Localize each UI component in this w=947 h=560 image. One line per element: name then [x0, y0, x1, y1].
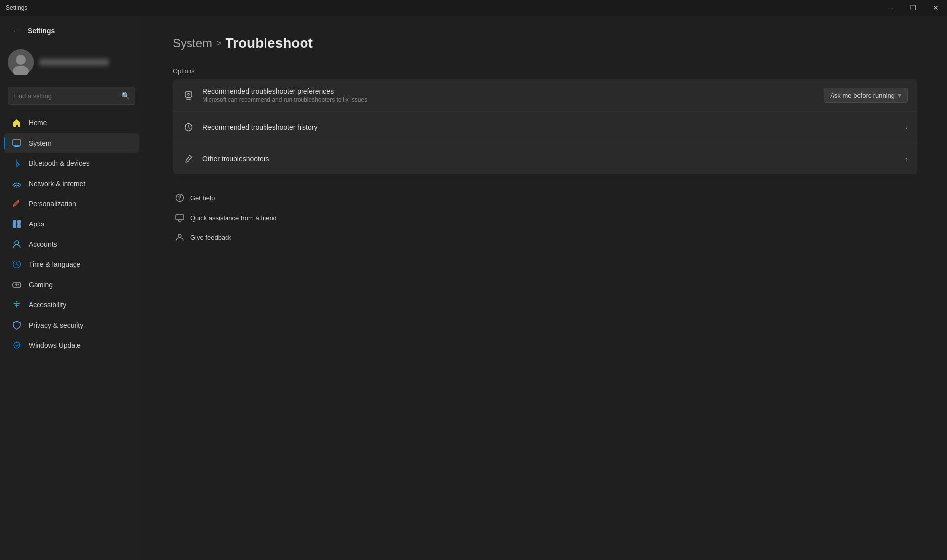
restore-button[interactable]: ❐ — [902, 0, 924, 16]
titlebar-title: Settings — [6, 4, 27, 11]
nav-list: Home System Bluetooth & devices Network … — [0, 112, 143, 356]
breadcrumb-current: Troubleshoot — [226, 36, 313, 51]
avatar — [8, 49, 34, 75]
personalization-icon — [12, 199, 22, 209]
svg-rect-7 — [13, 220, 16, 224]
svg-rect-10 — [17, 224, 21, 228]
other-troubleshooters-icon — [183, 153, 194, 165]
sidebar-item-label: Gaming — [29, 281, 53, 289]
titlebar: Settings ─ ❐ ✕ — [0, 0, 947, 16]
accounts-icon — [12, 239, 22, 249]
search-icon: 🔍 — [121, 92, 130, 100]
titlebar-controls: ─ ❐ ✕ — [879, 0, 947, 16]
card-title-recommended-history: Recommended troubleshooter history — [202, 123, 897, 131]
search-box[interactable]: 🔍 — [8, 87, 135, 105]
sidebar-item-label: System — [29, 139, 52, 147]
svg-point-14 — [16, 301, 18, 303]
sidebar-item-label: Accessibility — [29, 301, 66, 309]
card-title-recommended-prefs: Recommended troubleshooter preferences — [202, 87, 816, 95]
help-link-quick-assist[interactable]: Quick assistance from a friend — [173, 208, 917, 227]
svg-point-18 — [179, 199, 180, 200]
sidebar-item-apps[interactable]: Apps — [4, 214, 139, 234]
svg-rect-19 — [176, 215, 184, 220]
sidebar-item-home[interactable]: Home — [4, 113, 139, 133]
options-card: Recommended troubleshooter preferences M… — [173, 79, 917, 174]
card-row-recommended-prefs[interactable]: Recommended troubleshooter preferences M… — [173, 79, 917, 111]
app-layout: ← Settings 🔍 Home Sys — [0, 16, 947, 560]
breadcrumb: System > Troubleshoot — [173, 36, 917, 51]
svg-point-20 — [178, 234, 181, 237]
card-row-recommended-history[interactable]: Recommended troubleshooter history › — [173, 111, 917, 143]
help-link-feedback[interactable]: Give feedback — [173, 227, 917, 247]
card-right-other-troubleshooters: › — [905, 155, 908, 163]
user-profile[interactable] — [0, 43, 143, 83]
sidebar-item-network[interactable]: Network & internet — [4, 174, 139, 193]
section-label: Options — [173, 67, 917, 75]
network-icon — [12, 179, 22, 188]
sidebar-item-privacy[interactable]: Privacy & security — [4, 315, 139, 335]
recommended-prefs-icon — [183, 89, 194, 101]
chevron-right-icon: › — [905, 123, 908, 131]
help-link-get-help[interactable]: Get help — [173, 188, 917, 208]
time-icon — [12, 260, 22, 269]
minimize-button[interactable]: ─ — [879, 0, 902, 16]
sidebar-item-personalization[interactable]: Personalization — [4, 194, 139, 214]
card-row-other-troubleshooters[interactable]: Other troubleshooters › — [173, 143, 917, 174]
card-desc-recommended-prefs: Microsoft can recommend and run troubles… — [202, 96, 816, 103]
sidebar-item-accessibility[interactable]: Accessibility — [4, 295, 139, 315]
sidebar-item-label: Windows Update — [29, 341, 81, 349]
sidebar-item-label: Bluetooth & devices — [29, 159, 90, 167]
update-icon — [12, 340, 22, 350]
svg-point-15 — [188, 93, 189, 95]
svg-point-11 — [15, 241, 19, 245]
feedback-icon — [175, 232, 185, 242]
sidebar-item-update[interactable]: Windows Update — [4, 336, 139, 355]
svg-point-1 — [16, 55, 26, 65]
sidebar-item-bluetooth[interactable]: Bluetooth & devices — [4, 153, 139, 173]
system-icon — [12, 138, 22, 148]
sidebar-item-label: Time & language — [29, 261, 80, 268]
sidebar-item-gaming[interactable]: Gaming — [4, 275, 139, 295]
home-icon — [12, 118, 22, 128]
gaming-icon — [12, 280, 22, 290]
sidebar-item-label: Apps — [29, 220, 44, 228]
sidebar-item-time[interactable]: Time & language — [4, 255, 139, 274]
svg-rect-8 — [17, 220, 21, 224]
search-input[interactable] — [13, 92, 117, 100]
sidebar-item-accounts[interactable]: Accounts — [4, 234, 139, 254]
search-container: 🔍 — [0, 83, 143, 112]
chevron-right-icon: › — [905, 155, 908, 163]
avatar-icon — [8, 49, 34, 75]
card-right-recommended-history: › — [905, 123, 908, 131]
dropdown-label: Ask me before running — [830, 92, 895, 99]
sidebar-item-system[interactable]: System — [4, 133, 139, 153]
breadcrumb-separator: > — [216, 38, 222, 49]
accessibility-icon — [12, 300, 22, 310]
recommended-history-icon — [183, 121, 194, 133]
privacy-icon — [12, 320, 22, 330]
user-name — [39, 59, 109, 66]
help-section: Get help Quick assistance from a friend … — [173, 188, 917, 247]
sidebar-item-label: Home — [29, 119, 47, 127]
get-help-icon — [175, 193, 185, 203]
svg-rect-5 — [14, 147, 20, 147]
apps-icon — [12, 219, 22, 229]
card-text-recommended-prefs: Recommended troubleshooter preferences M… — [202, 87, 816, 103]
help-link-label: Get help — [190, 194, 215, 202]
bluetooth-icon — [12, 158, 22, 168]
help-link-label: Give feedback — [190, 234, 231, 241]
sidebar-header: ← Settings — [0, 16, 143, 43]
svg-rect-3 — [13, 140, 21, 145]
dropdown-recommended-prefs[interactable]: Ask me before running ▾ — [824, 88, 908, 103]
breadcrumb-parent[interactable]: System — [173, 37, 212, 50]
card-text-recommended-history: Recommended troubleshooter history — [202, 123, 897, 131]
card-text-other-troubleshooters: Other troubleshooters — [202, 155, 897, 163]
sidebar-item-label: Privacy & security — [29, 321, 83, 329]
svg-rect-9 — [13, 224, 16, 228]
sidebar-item-label: Network & internet — [29, 180, 85, 187]
sidebar: ← Settings 🔍 Home Sys — [0, 16, 143, 560]
close-button[interactable]: ✕ — [924, 0, 947, 16]
back-button[interactable]: ← — [8, 23, 24, 38]
svg-point-6 — [16, 187, 18, 188]
help-link-label: Quick assistance from a friend — [190, 214, 277, 222]
